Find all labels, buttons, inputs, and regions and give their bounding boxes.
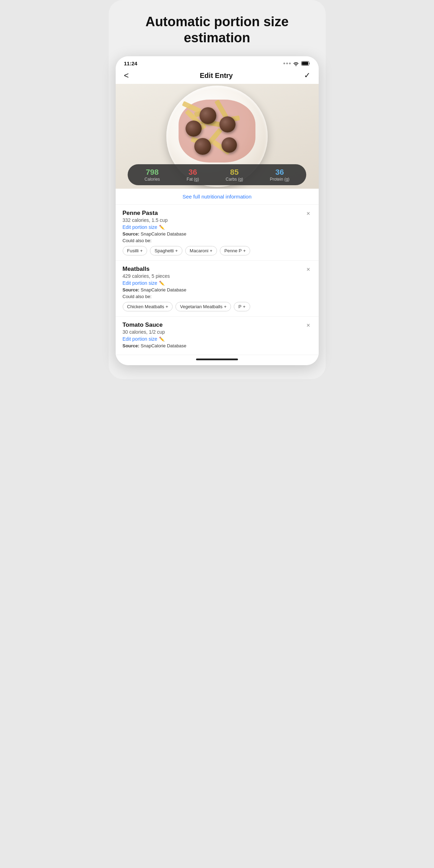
status-icons (283, 61, 310, 66)
calories-stat: 798 Calories (145, 168, 160, 182)
entry-header: Tomato Sauce 30 calories, 1/2 cup Edit p… (123, 321, 312, 350)
entry-header: Penne Pasta 332 calories, 1.5 cup Edit p… (123, 210, 312, 255)
phone-frame: 11:24 (116, 56, 319, 365)
carbs-stat: 85 Carbs (g) (226, 168, 243, 182)
food-name: Tomato Sauce (123, 321, 187, 328)
alt-chip-chicken-meatballs[interactable]: Chicken Meatballs + (123, 302, 173, 311)
protein-value: 36 (270, 168, 289, 177)
calories-value: 798 (145, 168, 160, 177)
alt-chip-fusilli[interactable]: Fusilli + (123, 246, 147, 255)
food-source: Source: SnapCalorie Database (123, 343, 187, 348)
food-details: 429 calories, 5 pieces (123, 273, 250, 279)
entry-main: Tomato Sauce 30 calories, 1/2 cup Edit p… (123, 321, 187, 350)
home-indicator (116, 355, 319, 365)
headline: Automatic portion size estimation (116, 14, 319, 46)
could-also-be-label: Could also be: (123, 238, 251, 243)
food-details: 30 calories, 1/2 cup (123, 329, 187, 335)
entry-main: Meatballs 429 calories, 5 pieces Edit po… (123, 266, 250, 311)
back-button[interactable]: < (124, 71, 129, 80)
calories-label: Calories (145, 177, 160, 182)
food-entry-penne-pasta: Penne Pasta 332 calories, 1.5 cup Edit p… (116, 205, 319, 261)
confirm-button[interactable]: ✓ (304, 71, 310, 80)
entry-header: Meatballs 429 calories, 5 pieces Edit po… (123, 266, 312, 311)
pencil-icon: ✏️ (159, 225, 165, 230)
status-bar: 11:24 (116, 56, 319, 68)
protein-label: Protein (g) (270, 177, 289, 182)
food-details: 332 calories, 1.5 cup (123, 217, 251, 223)
alt-chip-macaroni[interactable]: Macaroni + (185, 246, 217, 255)
carbs-value: 85 (226, 168, 243, 177)
remove-entry-button[interactable]: × (305, 266, 312, 273)
nav-bar: < Edit Entry ✓ (116, 68, 319, 84)
pencil-icon: ✏️ (159, 337, 165, 342)
food-image: 798 Calories 36 Fat (g) 85 Carbs (g) 36 … (116, 84, 319, 189)
status-time: 11:24 (124, 60, 137, 66)
carbs-label: Carbs (g) (226, 177, 243, 182)
alt-chip-pennep[interactable]: Penne P + (220, 246, 250, 255)
edit-portion-button[interactable]: Edit portion size ✏️ (123, 280, 250, 286)
edit-portion-button[interactable]: Edit portion size ✏️ (123, 224, 251, 230)
pencil-icon: ✏️ (159, 281, 165, 286)
fat-stat: 36 Fat (g) (187, 168, 199, 182)
food-source: Source: SnapCalorie Database (123, 287, 250, 292)
food-name: Meatballs (123, 266, 250, 273)
entry-main: Penne Pasta 332 calories, 1.5 cup Edit p… (123, 210, 251, 255)
wifi-icon (293, 61, 299, 66)
alt-chip-veg-meatballs[interactable]: Vegetarian Meatballs + (175, 302, 231, 311)
fat-value: 36 (187, 168, 199, 177)
alt-chip-p[interactable]: P + (234, 302, 250, 311)
edit-portion-button[interactable]: Edit portion size ✏️ (123, 336, 187, 342)
home-bar (196, 359, 238, 360)
alt-chip-spaghetti[interactable]: Spaghetti + (150, 246, 182, 255)
food-entry-tomato-sauce: Tomato Sauce 30 calories, 1/2 cup Edit p… (116, 317, 319, 355)
headline-bold: Automatic (145, 14, 210, 29)
outer-wrapper: Automatic portion size estimation 11:24 (109, 0, 326, 379)
fat-label: Fat (g) (187, 177, 199, 182)
see-nutrition-link[interactable]: See full nutritional information (116, 189, 319, 205)
food-source: Source: SnapCalorie Database (123, 231, 251, 237)
nutrition-overlay: 798 Calories 36 Fat (g) 85 Carbs (g) 36 … (128, 164, 306, 185)
svg-rect-1 (302, 62, 308, 65)
alternatives-list: Fusilli + Spaghetti + Macaroni + Penne P… (123, 246, 251, 255)
food-entry-meatballs: Meatballs 429 calories, 5 pieces Edit po… (116, 261, 319, 317)
battery-icon (301, 61, 310, 66)
alternatives-list: Chicken Meatballs + Vegetarian Meatballs… (123, 302, 250, 311)
signal-icon (283, 63, 291, 64)
could-also-be-label: Could also be: (123, 294, 250, 299)
remove-entry-button[interactable]: × (305, 210, 312, 217)
food-name: Penne Pasta (123, 210, 251, 217)
remove-entry-button[interactable]: × (305, 321, 312, 329)
nav-title: Edit Entry (200, 72, 233, 80)
protein-stat: 36 Protein (g) (270, 168, 289, 182)
entries-list: Penne Pasta 332 calories, 1.5 cup Edit p… (116, 205, 319, 355)
